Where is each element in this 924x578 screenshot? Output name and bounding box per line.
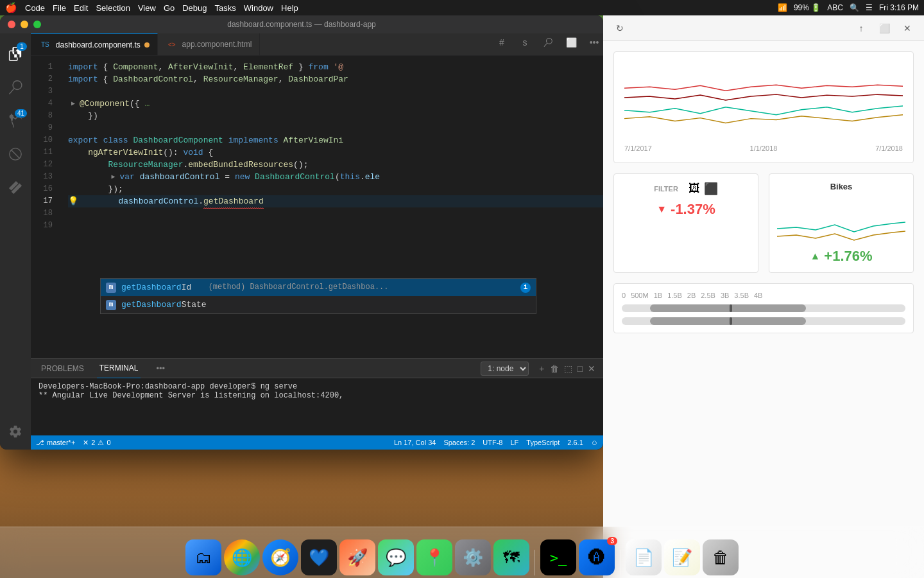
range-labels-top: 0 500M 1B 1.5B 2B 2.5B 3B 3.5B 4B bbox=[622, 292, 905, 299]
preview-refresh-btn[interactable]: ↻ bbox=[611, 19, 629, 37]
tab-ts-modified bbox=[144, 42, 150, 48]
activity-explorer[interactable]: 1 bbox=[0, 39, 31, 69]
terminal-trash-btn[interactable]: 🗑 bbox=[550, 363, 559, 374]
search-icon[interactable]: 🔍 bbox=[850, 3, 859, 12]
terminal-split2-btn[interactable]: □ bbox=[578, 363, 583, 374]
status-smiley[interactable]: ☺ bbox=[591, 439, 598, 446]
vscode-body: 1 41 TS bbox=[0, 33, 603, 450]
preview-share-btn[interactable]: ↑ bbox=[852, 19, 870, 37]
autocomplete-item-2[interactable]: m getDashboardState bbox=[101, 296, 536, 313]
tab-search-action[interactable] bbox=[539, 33, 557, 51]
dock-chrome[interactable]: 🌐 bbox=[224, 539, 260, 575]
activity-bar: 1 41 bbox=[0, 33, 31, 450]
range-1b: 1B bbox=[654, 292, 662, 299]
menu-code[interactable]: Code bbox=[25, 3, 45, 13]
autocomplete-info-btn-1[interactable]: i bbox=[520, 283, 531, 293]
dock-files[interactable]: 📄 bbox=[626, 539, 662, 575]
menu-file[interactable]: File bbox=[53, 3, 66, 13]
tab-html[interactable]: <> app.component.html bbox=[158, 33, 260, 55]
tab-ts[interactable]: TS dashboard.component.ts bbox=[31, 33, 158, 55]
explorer-badge: 1 bbox=[17, 42, 27, 51]
code-content[interactable]: import { Component, AfterViewInit, Eleme… bbox=[63, 56, 603, 358]
dock-finder[interactable]: 🗂 bbox=[185, 539, 221, 575]
dock-safari[interactable]: 🧭 bbox=[262, 539, 298, 575]
status-spaces[interactable]: Spaces: 2 bbox=[443, 439, 475, 446]
activity-extensions[interactable] bbox=[0, 172, 31, 203]
dock-notes[interactable]: 📝 bbox=[664, 539, 700, 575]
dock-trash[interactable]: 🗑 bbox=[703, 539, 739, 575]
ln-4: 4 bbox=[31, 98, 58, 110]
status-eol[interactable]: LF bbox=[510, 439, 518, 446]
editor-area: TS dashboard.component.ts <> app.compone… bbox=[31, 33, 603, 450]
menubar: 🍎 Code File Edit Selection View Go Debug… bbox=[0, 0, 924, 15]
menu-help[interactable]: Help bbox=[281, 3, 298, 13]
wifi-icon: 📶 bbox=[778, 3, 787, 12]
dock-terminal[interactable]: >_ bbox=[540, 539, 576, 575]
autocomplete-item-1[interactable]: m getDashboardId (method) DashboardContr… bbox=[101, 279, 536, 296]
dock-maps2[interactable]: 🗺 bbox=[493, 539, 529, 575]
menu-window[interactable]: Window bbox=[244, 3, 273, 13]
range-bar-1 bbox=[622, 304, 905, 312]
status-position[interactable]: Ln 17, Col 34 bbox=[394, 439, 436, 446]
range-2b: 2B bbox=[687, 292, 696, 299]
chart-date-1-2: 1/1/2018 bbox=[750, 144, 778, 152]
terminal-add-btn[interactable]: + bbox=[539, 363, 544, 374]
autocomplete-dropdown[interactable]: m getDashboardId (method) DashboardContr… bbox=[100, 278, 536, 314]
tab-hash-action[interactable]: # bbox=[493, 33, 511, 51]
smiley-icon: ☺ bbox=[591, 439, 598, 446]
activity-settings[interactable] bbox=[0, 416, 31, 447]
terminal-session-select[interactable]: 1: node bbox=[481, 362, 529, 376]
dock-maps[interactable]: 📍 bbox=[416, 539, 452, 575]
menu-debug[interactable]: Debug bbox=[182, 3, 207, 13]
activity-search[interactable] bbox=[0, 72, 31, 103]
menu-selection[interactable]: Selection bbox=[96, 3, 130, 13]
status-branch[interactable]: ⎇ master*+ bbox=[36, 439, 75, 447]
panel-more-actions[interactable]: ••• bbox=[156, 363, 165, 373]
menu-view[interactable]: View bbox=[138, 3, 156, 13]
terminal-close-btn[interactable]: ✕ bbox=[588, 363, 595, 374]
minimize-button[interactable] bbox=[21, 21, 28, 28]
cursor-position: Ln 17, Col 34 bbox=[394, 439, 436, 446]
autocomplete-method-icon-1: m bbox=[106, 283, 116, 293]
range-4b: 4B bbox=[754, 292, 762, 299]
range-2-5b: 2.5B bbox=[701, 292, 715, 299]
control-center-icon[interactable]: ☰ bbox=[866, 3, 873, 12]
tab-more-action[interactable]: ••• bbox=[585, 33, 603, 51]
status-language[interactable]: TypeScript bbox=[526, 439, 560, 446]
tab-terminal[interactable]: TERMINAL bbox=[97, 359, 141, 378]
activity-git[interactable]: 41 bbox=[0, 105, 31, 136]
menu-edit[interactable]: Edit bbox=[74, 3, 88, 13]
dock-vscode[interactable]: 💙 bbox=[301, 539, 337, 575]
preview-close-btn[interactable]: ✕ bbox=[898, 19, 916, 37]
dock-messages[interactable]: 💬 bbox=[378, 539, 414, 575]
tab-problems[interactable]: PROBLEMS bbox=[38, 359, 87, 378]
filter-icon-img[interactable]: 🖼 bbox=[689, 182, 700, 196]
range-bars-container: 0 500M 1B 1.5B 2B 2.5B 3B 3.5B 4B bbox=[613, 283, 914, 333]
status-encoding[interactable]: UTF-8 bbox=[483, 439, 502, 446]
dock-settings[interactable]: ⚙️ bbox=[455, 539, 491, 575]
code-line-4: ▶ @Component({ … bbox=[68, 98, 603, 110]
ln-17: 17 bbox=[31, 195, 58, 207]
menu-tasks[interactable]: Tasks bbox=[215, 3, 236, 13]
status-errors[interactable]: ✕ 2 ⚠ 0 bbox=[83, 439, 110, 447]
tab-split-action[interactable]: ⬜ bbox=[562, 33, 580, 51]
activity-debug[interactable] bbox=[0, 139, 31, 170]
code-line-11: ngAfterViewInit(): void { bbox=[68, 146, 603, 159]
apple-menu[interactable]: 🍎 bbox=[5, 2, 17, 13]
range-3b: 3B bbox=[721, 292, 729, 299]
code-line-16: }); bbox=[68, 183, 603, 195]
dock-appstore[interactable]: 🅐 3 bbox=[579, 539, 615, 575]
preview-new-window-btn[interactable]: ⬜ bbox=[875, 19, 893, 37]
code-line-17: 💡 dashboardControl.getDashboard bbox=[68, 195, 603, 207]
tab-s-action[interactable]: s bbox=[516, 33, 534, 51]
maximize-button[interactable] bbox=[33, 21, 41, 28]
code-editor[interactable]: 1 2 3 4 8 9 10 11 12 13 16 17 18 19 bbox=[31, 56, 603, 358]
terminal-content[interactable]: Developers-MacBook-Pro:dashboard-app dev… bbox=[31, 378, 603, 435]
close-button[interactable] bbox=[8, 21, 15, 28]
range-500m: 500M bbox=[631, 292, 649, 299]
terminal-split-btn[interactable]: ⬚ bbox=[564, 363, 572, 374]
filter-icon-sq[interactable]: ⬛ bbox=[704, 182, 718, 196]
status-version[interactable]: 2.6.1 bbox=[567, 439, 583, 446]
dock-rocket[interactable]: 🚀 bbox=[339, 539, 375, 575]
menu-go[interactable]: Go bbox=[164, 3, 175, 13]
